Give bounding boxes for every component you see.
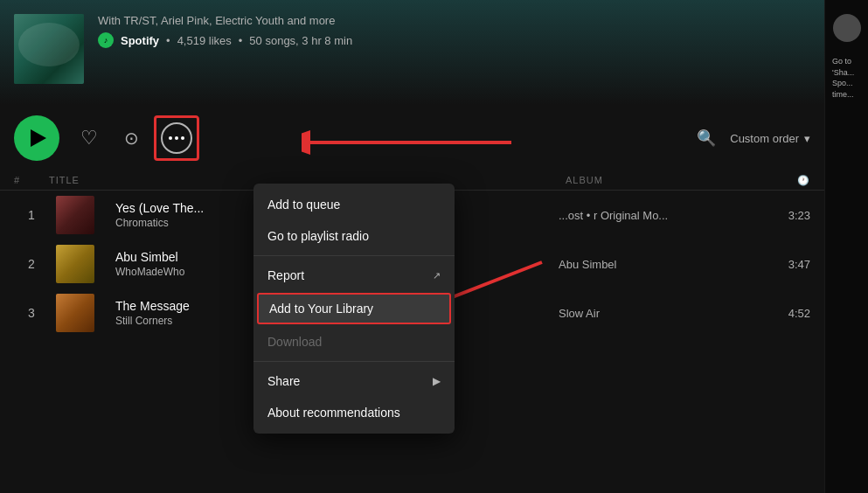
controls-bar: ♡ ⊙ 🔍 Custom order ▾ (0, 105, 824, 171)
playlist-info: With TR/ST, Ariel Pink, Electric Youth a… (98, 14, 352, 55)
track-album: Slow Air (559, 307, 733, 320)
menu-item-label: Go to playlist radio (267, 229, 369, 243)
spotify-logo-icon (98, 32, 114, 48)
play-button[interactable] (14, 115, 59, 161)
bullet-separator: • (166, 34, 170, 47)
spotify-label: Spotify (121, 34, 159, 47)
menu-item-label: Share (267, 374, 300, 388)
menu-item-report[interactable]: Report ↗ (253, 260, 455, 291)
heart-icon[interactable]: ♡ (77, 126, 101, 150)
header-area: With TR/ST, Ariel Pink, Electric Youth a… (0, 0, 824, 105)
search-icon[interactable]: 🔍 (697, 128, 716, 148)
menu-item-share[interactable]: Share ▶ (253, 365, 455, 397)
col-duration-icon: 🕐 (740, 175, 810, 186)
context-menu: Add to queue Go to playlist radio Report… (253, 184, 455, 434)
bullet-separator-2: • (239, 34, 243, 47)
track-number: 2 (14, 257, 49, 271)
menu-item-download[interactable]: Download (253, 326, 455, 358)
track-art (56, 196, 94, 234)
menu-separator (253, 255, 455, 256)
track-duration: 4:52 (740, 307, 810, 320)
avatar (833, 14, 861, 42)
track-art (56, 245, 94, 283)
album-art (14, 14, 84, 84)
right-panel-text: Go to 'Sha... Spo... time... (832, 56, 861, 100)
menu-item-go-to-playlist-radio[interactable]: Go to playlist radio (253, 220, 455, 252)
track-duration: 3:47 (740, 258, 810, 271)
controls-right: 🔍 Custom order ▾ (697, 128, 810, 148)
menu-separator-2 (253, 361, 455, 362)
playlist-subtitle: With TR/ST, Ariel Pink, Electric Youth a… (98, 14, 352, 27)
track-art (56, 294, 94, 332)
menu-item-label: Add to queue (267, 198, 340, 212)
download-circle-icon[interactable]: ⊙ (119, 126, 143, 150)
track-duration: 3:23 (740, 209, 810, 222)
more-options-button[interactable] (161, 122, 192, 154)
playlist-meta: Spotify • 4,519 likes • 50 songs, 3 hr 8… (98, 32, 352, 48)
col-album: ALBUM (566, 175, 740, 186)
custom-order-dropdown[interactable]: Custom order ▾ (730, 132, 810, 145)
track-number: 1 (14, 208, 49, 222)
col-number: # (14, 175, 49, 186)
custom-order-label: Custom order (730, 132, 799, 145)
right-panel: Go to 'Sha... Spo... time... (824, 0, 868, 493)
menu-item-add-to-library[interactable]: Add to Your Library (257, 293, 451, 324)
menu-item-label: About recommendations (267, 406, 400, 420)
menu-item-about-recommendations[interactable]: About recommendations (253, 397, 455, 428)
track-album: Abu Simbel (559, 258, 733, 271)
chevron-down-icon: ▾ (804, 132, 810, 145)
track-album: ...ost • r Original Mo... (559, 209, 733, 222)
submenu-arrow-icon: ▶ (433, 375, 441, 387)
external-link-icon: ↗ (433, 270, 441, 281)
songs-count: 50 songs, 3 hr 8 min (249, 34, 352, 47)
menu-item-add-to-queue[interactable]: Add to queue (253, 189, 455, 220)
track-number: 3 (14, 306, 49, 320)
likes-count: 4,519 likes (177, 34, 232, 47)
menu-item-label: Add to Your Library (269, 302, 373, 316)
menu-item-label: Report (267, 268, 304, 282)
menu-item-label: Download (267, 335, 322, 349)
more-dots-icon (169, 136, 184, 140)
